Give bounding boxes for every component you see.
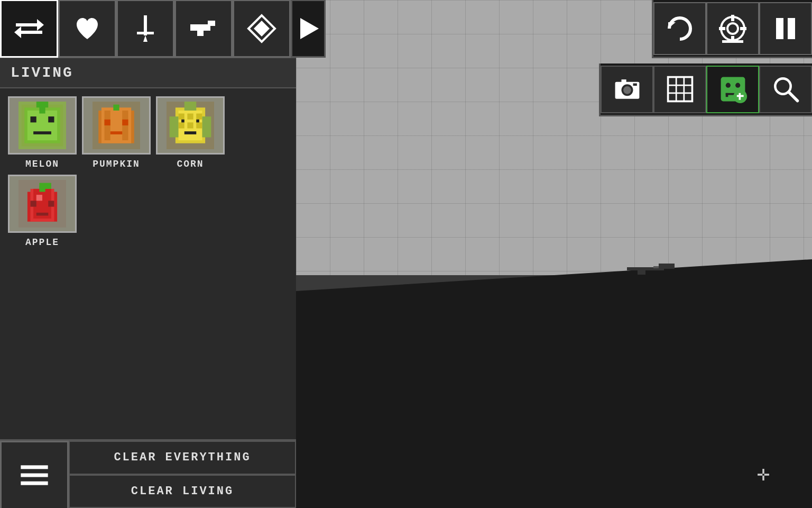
svg-marker-1 (37, 19, 44, 31)
svg-rect-53 (36, 213, 49, 216)
svg-rect-56 (36, 195, 42, 201)
svg-rect-52 (48, 201, 54, 206)
svg-rect-61 (659, 264, 675, 269)
svg-rect-45 (202, 116, 211, 137)
svg-rect-17 (27, 111, 57, 140)
svg-rect-35 (179, 114, 184, 120)
items-grid: MELON (0, 88, 296, 439)
svg-point-86 (735, 83, 740, 88)
clear-living-button[interactable]: CLEAR LIVING (69, 475, 296, 509)
svg-rect-40 (196, 122, 202, 128)
gun-button[interactable] (174, 0, 233, 58)
svg-rect-18 (31, 116, 36, 122)
swap-button[interactable] (0, 0, 58, 58)
svg-marker-12 (254, 21, 270, 37)
svg-rect-9 (197, 31, 204, 36)
svg-rect-38 (179, 122, 184, 128)
game-area: ✛ (296, 0, 812, 508)
pause-button[interactable] (759, 2, 812, 55)
svg-rect-62 (638, 270, 645, 275)
svg-rect-42 (196, 120, 199, 123)
svg-rect-43 (184, 131, 197, 134)
svg-rect-46 (184, 102, 197, 111)
svg-rect-19 (48, 116, 54, 122)
svg-rect-57 (21, 465, 48, 469)
corn-label: CORN (177, 159, 204, 169)
svg-rect-5 (137, 32, 154, 34)
grid-button[interactable] (653, 66, 706, 113)
apple-icon (8, 175, 77, 233)
item-melon[interactable]: MELON (8, 96, 77, 169)
bottom-buttons: CLEAR EVERYTHING CLEAR LIVING (0, 439, 296, 508)
melon-icon (8, 96, 77, 155)
svg-rect-36 (187, 114, 193, 120)
svg-rect-63 (653, 266, 659, 268)
pumpkin-icon (82, 96, 151, 155)
camera-button[interactable] (601, 66, 653, 113)
panel-title: LIVING (11, 65, 285, 81)
svg-rect-68 (740, 27, 746, 30)
svg-point-66 (727, 23, 738, 34)
svg-marker-3 (14, 26, 21, 38)
svg-rect-39 (187, 122, 193, 128)
svg-rect-31 (113, 105, 119, 111)
svg-rect-77 (621, 79, 626, 83)
heart-button[interactable] (58, 0, 116, 58)
svg-point-85 (725, 83, 730, 88)
left-panel: LIVING (0, 0, 296, 508)
svg-rect-78 (633, 84, 636, 86)
svg-rect-10 (190, 24, 195, 27)
toolbar (0, 0, 296, 58)
svg-rect-28 (105, 120, 110, 125)
svg-rect-37 (196, 114, 202, 120)
undo-button[interactable] (653, 2, 706, 55)
other-button[interactable] (233, 0, 291, 58)
svg-marker-64 (668, 22, 676, 29)
svg-point-76 (623, 86, 631, 94)
svg-rect-73 (788, 18, 795, 39)
play-button[interactable] (291, 0, 326, 58)
svg-rect-2 (21, 31, 42, 34)
sword-button[interactable] (116, 0, 174, 58)
camera-toolbar (599, 64, 812, 116)
clear-everything-button[interactable]: CLEAR EVERYTHING (69, 441, 296, 475)
add-entity-button[interactable] (706, 66, 759, 113)
svg-rect-55 (39, 186, 45, 192)
dark-area (296, 259, 812, 508)
svg-rect-29 (122, 120, 128, 125)
svg-rect-58 (21, 474, 48, 477)
svg-marker-13 (300, 18, 319, 39)
svg-rect-20 (33, 131, 51, 134)
svg-rect-41 (181, 120, 184, 123)
svg-rect-0 (16, 23, 37, 26)
svg-line-94 (789, 92, 798, 101)
svg-rect-71 (722, 40, 743, 43)
svg-rect-44 (170, 116, 179, 137)
svg-rect-88 (725, 93, 728, 97)
svg-rect-30 (110, 131, 123, 134)
main-container: LIVING (0, 0, 812, 508)
top-right-toolbar (652, 0, 812, 58)
panel-header: LIVING (0, 58, 296, 88)
svg-rect-67 (719, 27, 725, 30)
item-corn[interactable]: CORN (156, 96, 225, 169)
svg-rect-72 (776, 18, 783, 39)
clear-buttons: CLEAR EVERYTHING CLEAR LIVING (69, 441, 296, 508)
menu-button[interactable] (0, 441, 69, 508)
svg-rect-8 (208, 21, 215, 26)
svg-rect-51 (31, 201, 36, 206)
svg-rect-59 (21, 482, 48, 485)
weapon-in-world (627, 259, 680, 280)
svg-rect-22 (39, 105, 45, 114)
item-apple[interactable]: APPLE (8, 175, 77, 248)
move-cursor: ✛ (757, 461, 770, 487)
pumpkin-label: PUMPKIN (93, 159, 140, 169)
item-pumpkin[interactable]: PUMPKIN (82, 96, 151, 169)
apple-label: APPLE (25, 237, 59, 248)
svg-marker-6 (143, 35, 147, 42)
target-button[interactable] (706, 2, 759, 55)
svg-rect-92 (739, 93, 741, 100)
corn-icon (156, 96, 225, 155)
search-button[interactable] (759, 66, 812, 113)
svg-rect-79 (668, 77, 692, 102)
